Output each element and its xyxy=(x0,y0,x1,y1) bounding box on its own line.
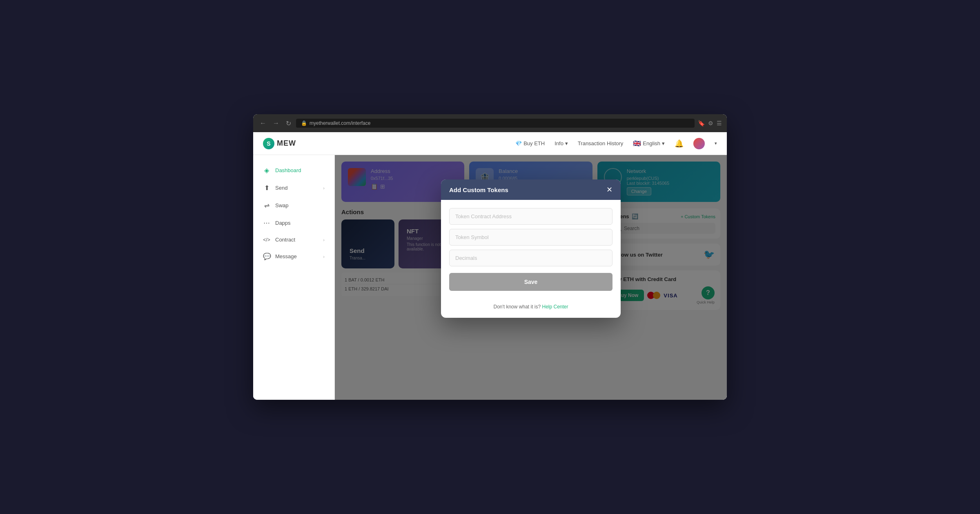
browser-chrome: ← → ↻ 🔒 myetherwallet.com/interface 🔖 ⚙ … xyxy=(253,114,727,132)
sidebar-item-swap[interactable]: ⇌ Swap xyxy=(253,197,334,214)
info-nav[interactable]: Info ▾ xyxy=(555,140,568,146)
message-arrow: › xyxy=(323,254,325,259)
token-contract-input[interactable] xyxy=(449,208,612,225)
sidebar-item-dashboard[interactable]: ◈ Dashboard xyxy=(253,162,334,179)
modal-header: Add Custom Tokens ✕ xyxy=(441,179,621,200)
sidebar-label-send: Send xyxy=(275,185,287,191)
modal-title: Add Custom Tokens xyxy=(449,186,508,193)
back-button[interactable]: ← xyxy=(258,118,268,128)
bookmark-icon[interactable]: 🔖 xyxy=(698,120,705,126)
main-content: ◈ Dashboard ⬆ Send › ⇌ Swap ⋯ Dapps </ xyxy=(253,155,727,400)
transaction-history-nav[interactable]: Transaction History xyxy=(578,140,624,146)
sidebar-label-message: Message xyxy=(275,253,297,259)
nav-items: 💎 Buy ETH Info ▾ Transaction History 🇬🇧 … xyxy=(515,138,717,149)
swap-icon: ⇌ xyxy=(263,202,270,209)
url-text: myetherwallet.com/interface xyxy=(310,120,370,126)
sidebar-label-dashboard: Dashboard xyxy=(275,167,301,173)
transaction-history-label: Transaction History xyxy=(578,140,624,146)
logo-icon: S xyxy=(263,138,274,149)
token-symbol-input[interactable] xyxy=(449,229,612,246)
info-chevron: ▾ xyxy=(565,140,568,146)
lang-chevron: ▾ xyxy=(662,140,665,146)
top-nav: S MEW 💎 Buy ETH Info ▾ Transaction Histo… xyxy=(253,132,727,155)
dapps-icon: ⋯ xyxy=(263,219,270,227)
sidebar-label-dapps: Dapps xyxy=(275,220,291,226)
language-selector[interactable]: 🇬🇧 English ▾ xyxy=(633,140,665,147)
sidebar: ◈ Dashboard ⬆ Send › ⇌ Swap ⋯ Dapps </ xyxy=(253,155,335,400)
address-bar[interactable]: 🔒 myetherwallet.com/interface xyxy=(296,119,695,128)
mew-logo: S MEW xyxy=(263,138,296,149)
extensions-icon[interactable]: ⚙ xyxy=(708,120,713,126)
buy-eth-label: Buy ETH xyxy=(523,140,545,146)
contract-icon: </> xyxy=(263,237,270,243)
menu-icon[interactable]: ☰ xyxy=(717,120,722,126)
eth-icon: 💎 xyxy=(515,140,522,146)
help-center-link[interactable]: Help Center xyxy=(542,304,568,310)
modal-footer: Don't know what it is? Help Center xyxy=(441,299,621,318)
message-icon: 💬 xyxy=(263,253,270,260)
logo-text: MEW xyxy=(277,139,296,148)
modal-overlay: Add Custom Tokens ✕ Save Don't know xyxy=(335,155,727,400)
send-icon: ⬆ xyxy=(263,184,270,192)
contract-arrow: › xyxy=(323,237,325,242)
sidebar-item-dapps[interactable]: ⋯ Dapps xyxy=(253,214,334,232)
info-label: Info xyxy=(555,140,564,146)
forward-button[interactable]: → xyxy=(271,118,281,128)
modal-body: Save xyxy=(441,200,621,299)
page-content: Address 0x571f...35 📋 ⊞ 🏦 Balance xyxy=(335,155,727,400)
decimals-input[interactable] xyxy=(449,250,612,266)
language-label: English xyxy=(643,140,660,146)
sidebar-item-message[interactable]: 💬 Message › xyxy=(253,248,334,265)
avatar-chevron: ▾ xyxy=(715,141,717,146)
footer-text: Don't know what it is? xyxy=(493,304,541,310)
lock-icon: 🔒 xyxy=(301,120,307,126)
sidebar-item-contract[interactable]: </> Contract › xyxy=(253,232,334,248)
buy-eth-nav[interactable]: 💎 Buy ETH xyxy=(515,140,545,146)
flag-icon: 🇬🇧 xyxy=(633,140,641,147)
notification-bell-icon[interactable]: 🔔 xyxy=(675,139,684,148)
send-arrow: › xyxy=(323,186,325,191)
app-container: S MEW 💎 Buy ETH Info ▾ Transaction Histo… xyxy=(253,132,727,400)
avatar[interactable] xyxy=(693,138,705,149)
sidebar-label-swap: Swap xyxy=(275,202,289,208)
dashboard-icon: ◈ xyxy=(263,166,270,174)
add-custom-tokens-modal: Add Custom Tokens ✕ Save Don't know xyxy=(441,179,621,318)
modal-close-button[interactable]: ✕ xyxy=(606,186,612,193)
save-button[interactable]: Save xyxy=(449,273,612,291)
browser-actions: 🔖 ⚙ ☰ xyxy=(698,120,722,126)
sidebar-label-contract: Contract xyxy=(275,237,295,243)
reload-button[interactable]: ↻ xyxy=(284,118,293,129)
sidebar-item-send[interactable]: ⬆ Send › xyxy=(253,179,334,197)
